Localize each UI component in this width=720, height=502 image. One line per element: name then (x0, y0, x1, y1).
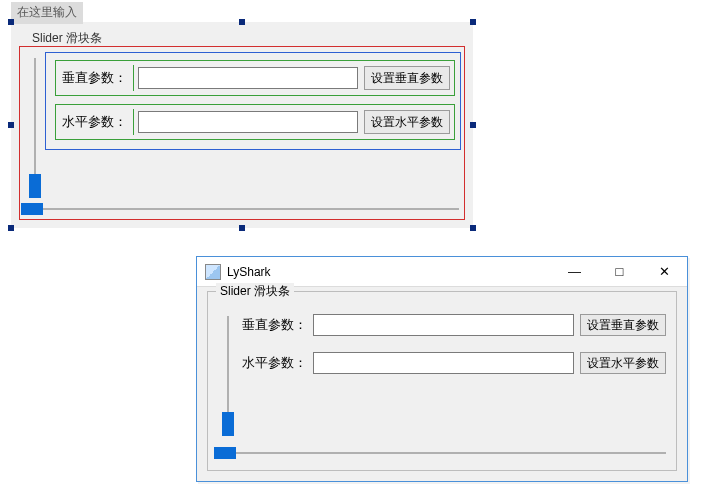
resize-handle[interactable] (8, 19, 14, 25)
window-title: LyShark (227, 265, 271, 279)
slider-groove (21, 208, 459, 210)
runtime-horizontal-slider[interactable] (214, 446, 666, 460)
input-horizontal-param[interactable] (313, 352, 574, 374)
resize-handle[interactable] (470, 19, 476, 25)
button-set-vertical[interactable]: 设置垂直参数 (580, 314, 666, 336)
resize-handle[interactable] (470, 225, 476, 231)
slider-thumb[interactable] (222, 412, 234, 436)
client-area: Slider 滑块条 垂直参数： 设置垂直参数 水平参数： 设置水平参数 (197, 287, 687, 481)
runtime-vertical-slider[interactable] (220, 316, 236, 436)
designer-group-title: Slider 滑块条 (29, 30, 105, 47)
button-set-horizontal[interactable]: 设置水平参数 (364, 110, 450, 134)
designer-placeholder[interactable]: 在这里输入 (11, 2, 83, 24)
button-set-horizontal[interactable]: 设置水平参数 (580, 352, 666, 374)
designer-horizontal-slider[interactable] (21, 202, 459, 216)
slider-thumb[interactable] (214, 447, 236, 459)
label-horizontal-param: 水平参数： (242, 354, 307, 372)
input-vertical-param[interactable] (313, 314, 574, 336)
app-icon (205, 264, 221, 280)
designer-vertical-slider[interactable] (27, 58, 43, 198)
minimize-button[interactable]: — (552, 257, 597, 286)
slider-thumb[interactable] (21, 203, 43, 215)
slider-thumb[interactable] (29, 174, 41, 198)
runtime-row-horizontal: 水平参数： 设置水平参数 (242, 352, 666, 374)
resize-handle[interactable] (239, 225, 245, 231)
maximize-button[interactable]: □ (597, 257, 642, 286)
slider-groupbox: Slider 滑块条 垂直参数： 设置垂直参数 水平参数： 设置水平参数 (207, 291, 677, 471)
label-vertical-param: 垂直参数： (60, 65, 134, 91)
label-vertical-param: 垂直参数： (242, 316, 307, 334)
resize-handle[interactable] (470, 122, 476, 128)
close-button[interactable]: ✕ (642, 257, 687, 286)
runtime-window: LyShark — □ ✕ Slider 滑块条 垂直参数： 设置垂直参数 水平… (196, 256, 688, 482)
resize-handle[interactable] (8, 122, 14, 128)
runtime-form-rows: 垂直参数： 设置垂直参数 水平参数： 设置水平参数 (242, 314, 666, 390)
designer-form-rows: 垂直参数： 设置垂直参数 水平参数： 设置水平参数 (55, 60, 455, 148)
button-set-vertical[interactable]: 设置垂直参数 (364, 66, 450, 90)
input-vertical-param[interactable] (138, 67, 358, 89)
designer-row-vertical: 垂直参数： 设置垂直参数 (55, 60, 455, 96)
label-horizontal-param: 水平参数： (60, 109, 134, 135)
window-buttons: — □ ✕ (552, 257, 687, 286)
designer-area: 在这里输入 Slider 滑块条 垂直参数： 设置垂直参数 水平参数： 设置水平… (8, 2, 478, 234)
runtime-row-vertical: 垂直参数： 设置垂直参数 (242, 314, 666, 336)
resize-handle[interactable] (239, 19, 245, 25)
resize-handle[interactable] (8, 225, 14, 231)
groupbox-title: Slider 滑块条 (216, 283, 294, 300)
slider-groove (214, 452, 666, 454)
designer-row-horizontal: 水平参数： 设置水平参数 (55, 104, 455, 140)
designer-canvas[interactable]: Slider 滑块条 垂直参数： 设置垂直参数 水平参数： 设置水平参数 (11, 22, 473, 228)
input-horizontal-param[interactable] (138, 111, 358, 133)
